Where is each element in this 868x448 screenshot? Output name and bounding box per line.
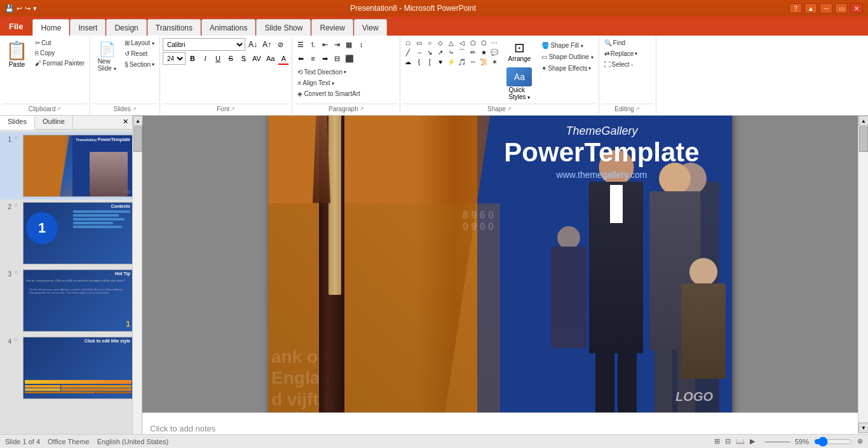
window-controls[interactable]: ? ▲ ─ ▭ ✕ xyxy=(789,3,863,13)
font-size-increase-btn[interactable]: A↑ xyxy=(261,38,273,51)
decrease-indent-button[interactable]: ⇤ xyxy=(319,38,330,51)
redo-icon[interactable]: ↪ xyxy=(25,4,31,13)
layout-button[interactable]: ⊞ Layout ▾ xyxy=(122,38,157,48)
copy-button[interactable]: ⎘ Copy xyxy=(32,48,87,58)
increase-indent-button[interactable]: ⇥ xyxy=(331,38,342,51)
shape-diamond[interactable]: ◇ xyxy=(435,38,445,47)
notes-placeholder[interactable]: Click to add notes xyxy=(150,424,215,433)
underline-button[interactable]: U xyxy=(212,52,224,65)
text-direction-button[interactable]: ⟲ Text Direction ▾ xyxy=(295,67,349,77)
outline-tab[interactable]: Outline xyxy=(35,116,73,129)
shape-rect[interactable]: □ xyxy=(403,38,413,47)
shape-oval[interactable]: ○ xyxy=(424,38,435,47)
bullets-button[interactable]: ☰ xyxy=(295,38,306,51)
shape-note[interactable]: 🎵 xyxy=(457,57,467,66)
shape-sun[interactable]: ☀ xyxy=(489,57,499,66)
convert-smartart-button[interactable]: ◈ Convert to SmartArt xyxy=(295,89,362,98)
numbering-button[interactable]: ⒈ xyxy=(307,38,318,51)
help-btn[interactable]: ? xyxy=(789,3,802,13)
columns-button[interactable]: ▦ xyxy=(343,38,355,51)
shape-arrow-u[interactable]: ↗ xyxy=(435,48,445,57)
font-expand-icon[interactable]: ↗ xyxy=(231,106,235,112)
change-case-button[interactable]: Aa xyxy=(264,52,276,65)
slide-item-4[interactable]: 4 ☆ Click to edit title style xyxy=(0,334,132,402)
fit-slide-btn[interactable]: ⊕ xyxy=(857,437,863,445)
shape-arrow-r[interactable]: → xyxy=(414,48,424,57)
shape-star[interactable]: ★ xyxy=(478,48,489,57)
shape-more[interactable]: ⋯ xyxy=(489,38,499,47)
slides-scrollbar[interactable]: ▲ ▼ xyxy=(133,116,142,448)
shape-outline-button[interactable]: ▭ Shape Outline ▾ xyxy=(539,52,595,62)
tab-animations[interactable]: Animations xyxy=(201,19,255,36)
normal-view-btn[interactable]: ⊞ xyxy=(714,437,720,445)
line-spacing-button[interactable]: ↕ xyxy=(355,38,367,51)
restore-btn[interactable]: ▭ xyxy=(835,3,848,13)
shape-bracket[interactable]: [ xyxy=(424,57,435,66)
align-left-button[interactable]: ⬅ xyxy=(295,52,306,65)
clear-format-btn[interactable]: ⊘ xyxy=(275,38,286,51)
shape-freeform[interactable]: ✏ xyxy=(468,48,478,57)
shape-fill-button[interactable]: 🪣 Shape Fill ▾ xyxy=(539,41,595,50)
char-spacing-button[interactable]: AV xyxy=(250,52,263,65)
ribbon-collapse-btn[interactable]: ▲ xyxy=(804,3,817,13)
file-tab[interactable]: File xyxy=(0,17,32,36)
cut-button[interactable]: ✂ Cut xyxy=(32,38,87,48)
quick-access-toolbar[interactable]: 💾 ↩ ↪ ▾ xyxy=(5,4,37,13)
undo-icon[interactable]: ↩ xyxy=(17,4,22,13)
arrange-button[interactable]: ⊡ Arrange xyxy=(502,38,536,64)
italic-button[interactable]: I xyxy=(200,52,211,65)
tab-design[interactable]: Design xyxy=(106,19,146,36)
align-right-button[interactable]: ➡ xyxy=(319,52,330,65)
slide-canvas[interactable]: ank ofEnglandd vijftig 8 9 6 00 9 0 0 xyxy=(268,116,732,412)
text-shadow-button[interactable]: S xyxy=(238,52,249,65)
scroll-up-btn[interactable]: ▲ xyxy=(133,116,143,126)
para-spacing-button[interactable]: ⬛ xyxy=(343,52,356,65)
clipboard-expand-icon[interactable]: ↗ xyxy=(57,106,61,112)
slide-item-1[interactable]: 1 ☆ ThemeGallery PowerTemplate LOGO xyxy=(0,132,132,200)
slides-tab[interactable]: Slides xyxy=(0,116,35,130)
v-scroll-down-btn[interactable]: ▼ xyxy=(858,423,868,433)
shape-brace[interactable]: { xyxy=(414,57,424,66)
shape-rtriangle[interactable]: ◁ xyxy=(457,38,467,47)
shape-minus[interactable]: ─ xyxy=(468,57,478,66)
vertical-scrollbar[interactable]: ▲ ▼ ▼ ▲ xyxy=(858,116,868,448)
new-slide-button[interactable]: 📄 NewSlide ▾ xyxy=(93,38,121,75)
zoom-slider[interactable] xyxy=(814,437,852,447)
close-btn[interactable]: ✕ xyxy=(850,3,863,13)
justify-button[interactable]: ⊟ xyxy=(331,52,342,65)
close-panel-button[interactable]: ✕ xyxy=(119,116,132,129)
shape-line[interactable]: ╱ xyxy=(403,48,413,57)
shape-effects-button[interactable]: ✦ Shape Effects ▾ xyxy=(539,64,595,73)
paste-button[interactable]: 📋 Paste xyxy=(3,38,31,102)
tab-review[interactable]: Review xyxy=(311,19,353,36)
slide-item-2[interactable]: 2 ☆ Contents 1 xyxy=(0,200,132,267)
shape-lightning[interactable]: ⚡ xyxy=(446,57,456,66)
shape-callout[interactable]: 💬 xyxy=(489,48,499,57)
reading-view-btn[interactable]: 📖 xyxy=(736,437,745,445)
slides-expand-icon[interactable]: ↗ xyxy=(132,106,137,112)
shape-connector[interactable]: ⤷ xyxy=(446,48,456,57)
find-button[interactable]: 🔍 Find xyxy=(602,38,641,48)
editing-expand-icon[interactable]: ↗ xyxy=(635,106,640,112)
save-icon[interactable]: 💾 xyxy=(5,4,14,13)
v-scroll-thumb[interactable] xyxy=(859,126,868,152)
shape-heart[interactable]: ♥ xyxy=(435,57,445,66)
replace-button[interactable]: ⇄ Replace ▾ xyxy=(602,49,641,58)
center-button[interactable]: ≡ xyxy=(307,52,318,65)
v-scroll-up-btn[interactable]: ▲ xyxy=(858,116,868,126)
shape-scroll[interactable]: 📜 xyxy=(478,57,489,66)
select-button[interactable]: ⛶ Select - xyxy=(602,60,641,69)
slide-title[interactable]: PowerTemplate xyxy=(484,138,719,167)
scroll-thumb[interactable] xyxy=(133,126,142,152)
tab-view[interactable]: View xyxy=(354,19,387,36)
paragraph-expand-icon[interactable]: ↗ xyxy=(360,106,364,112)
shape-curve[interactable]: ⌒ xyxy=(457,48,467,57)
shape-arrow-d[interactable]: ↘ xyxy=(424,48,435,57)
minimize-btn[interactable]: ─ xyxy=(820,3,832,13)
slide-sorter-btn[interactable]: ⊟ xyxy=(725,437,731,445)
slideshow-btn[interactable]: ▶ xyxy=(750,437,755,445)
align-text-button[interactable]: ≡ Align Text ▾ xyxy=(295,78,337,88)
shape-hexagon[interactable]: ⬡ xyxy=(478,38,489,47)
bold-button[interactable]: B xyxy=(187,52,198,65)
section-button[interactable]: § Section ▾ xyxy=(122,60,157,69)
